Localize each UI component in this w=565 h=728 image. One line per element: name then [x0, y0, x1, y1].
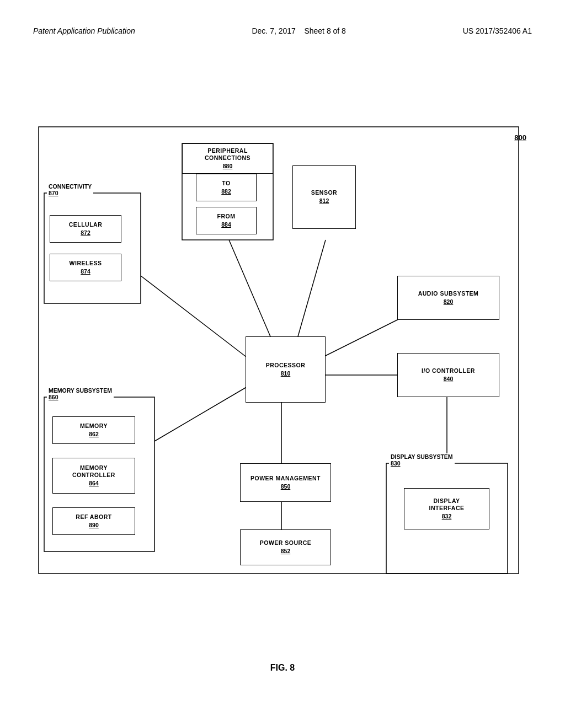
box-processor: PROCESSOR 810 — [246, 336, 326, 403]
box-wireless: WIRELESS 874 — [50, 254, 121, 281]
box-cellular: CELLULAR 872 — [50, 215, 121, 243]
box-to882: TO 882 — [196, 174, 257, 201]
svg-line-6 — [298, 240, 326, 336]
box-power-management: POWER MANAGEMENT 850 — [240, 463, 331, 502]
box-sensor: SENSOR 812 — [292, 165, 356, 229]
svg-line-5 — [229, 240, 270, 336]
svg-line-7 — [141, 276, 248, 358]
box-power-source: POWER SOURCE 852 — [240, 529, 331, 565]
ref-800: 800 — [514, 133, 526, 142]
page-header: Patent Application Publication Dec. 7, 2… — [33, 26, 532, 35]
svg-line-10 — [154, 386, 248, 441]
box-ref-abort: REF ABORT 890 — [52, 507, 135, 535]
header-publication: Patent Application Publication — [33, 26, 135, 35]
group-connectivity: CONNECTIVITY 870 — [44, 193, 141, 303]
box-memory-controller: MEMORY CONTROLLER 864 — [52, 458, 135, 494]
box-from884: FROM 884 — [196, 207, 257, 234]
header-patent-number: US 2017/352406 A1 — [463, 26, 532, 35]
box-audio-subsystem: AUDIO SUBSYSTEM 820 — [397, 276, 499, 320]
box-peripheral-connections: PERIPHERAL CONNECTIONS 880 — [182, 143, 273, 174]
fig-label: FIG. 8 — [270, 663, 295, 673]
box-display-interface: DISPLAY INTERFACE 832 — [404, 488, 489, 529]
diagram-area: 800 PERIPHERAL CONNECTIONS 880 TO 882 FR… — [33, 121, 532, 629]
box-memory: MEMORY 862 — [52, 416, 135, 444]
header-date-sheet: Dec. 7, 2017 Sheet 8 of 8 — [252, 26, 345, 35]
box-io-controller: I/O CONTROLLER 840 — [397, 353, 499, 397]
